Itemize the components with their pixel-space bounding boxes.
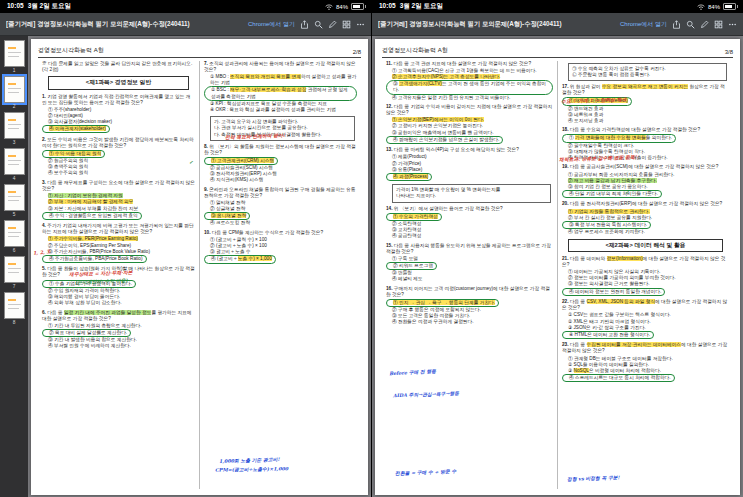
answer-choice-circled: ③ 특정 부서 전용의 독립 시스템이다.: [562, 221, 651, 229]
answer-choice: ③ 유통(Place): [386, 167, 553, 173]
search-icon[interactable]: [314, 20, 323, 29]
question-number: 18.: [562, 127, 570, 132]
question-stem: 21. 다음 중 데이터와 정보(Information)에 대한 설명으로 가…: [562, 256, 729, 268]
thumbnail-page-number: 5: [13, 212, 16, 217]
page-thumbnail-5[interactable]: 5: [4, 184, 25, 217]
page-scroll-area[interactable]: 경영정보시각화능력 A형 2/8 ※ 다음 문제를 읽고 알맞은 것을 골라 답…: [28, 36, 371, 497]
question-number: 15.: [386, 243, 394, 248]
highlighted-text: ① 수요의 가격탄력성: [393, 214, 438, 219]
question-10: 10. 다음 중 CPM을 계산하는 수식으로 가장 적절한 것은?① (광고비…: [204, 230, 357, 264]
question-number: 22.: [562, 299, 570, 304]
highlighted-text: ④ 과정(Process): [393, 174, 428, 179]
answer-choice-circled: ④ 과정(Process): [386, 173, 432, 181]
more-icon[interactable]: [356, 20, 365, 29]
question-16: 16. 구매까지 이어지는 고객 여정(customer journey)에 대…: [386, 286, 553, 326]
answer-choice-circled: ③ 고객생애가치(CLTV)는 고객이 전 생애 동안 기업에 주는 이익의 총…: [386, 80, 553, 94]
pdf-page: 경영정보시각화능력 A형 3/8 11. 다음 중 고객 관련 지표에 대한 설…: [375, 39, 740, 495]
text-segment: 을 의미한다.: [646, 135, 672, 140]
share-icon[interactable]: [300, 20, 309, 29]
question-14: 14. 위 〈보기〉에서 설명하는 용어로 가장 적절한 것은?① 수요의 가격…: [386, 206, 553, 240]
question-stem: 10. 다음 중 CPM을 계산하는 수식으로 가장 적절한 것은?: [204, 230, 357, 236]
page-thumbnail-3[interactable]: 3: [4, 112, 25, 145]
text-segment: 위 현상과 같이: [570, 84, 602, 89]
highlighted-text: 노출 수) × 1,000: [238, 256, 272, 261]
thumbnail-page-number: 1: [13, 68, 16, 73]
open-in-chrome-button[interactable]: Chrome에서 열기: [620, 20, 667, 29]
thumbnail-preview[interactable]: [4, 76, 25, 103]
question-number: 2.: [42, 137, 47, 142]
answer-choice: ③ 주가순자산비율, PBR(Price Book Value Ratio): [42, 249, 195, 255]
page-column-2: ㉠ 수요 예측의 오차가 상류로 갈수록 커진다.㉡ 주문량의 변동 폭이 점점…: [557, 61, 733, 489]
question-stem: 9. 온라인과 오프라인 채널을 통합하여 일관된 구매 경험을 제공하는 유통…: [204, 187, 357, 199]
pencil-icon[interactable]: [700, 20, 709, 29]
answer-choice: ④ 보수주의의 원칙: [42, 170, 195, 176]
page-thumbnail-8[interactable]: 8: [4, 292, 25, 325]
answer-choice: ④ 전환율은 여정과 무관하게 결정된다.: [386, 319, 553, 325]
question-21: 21. 다음 중 데이터와 정보(Information)에 대한 설명으로 가…: [562, 256, 729, 296]
page-columns: 11. 다음 중 고객 관련 지표에 대한 설명으로 가장 적절하지 않은 것은…: [382, 61, 733, 489]
document-title: [줄기거레] 경영정보시각화능력 필기 모의문제(A형)-수정(240411): [6, 20, 243, 29]
highlighted-text: ① 주가수익비율, PER(Price Earning Ratio): [48, 236, 138, 241]
grid-icon[interactable]: [342, 20, 351, 29]
highlighted-text: 가격 변화율에 대한 수요량 변화율: [575, 135, 646, 140]
highlighted-text: 정보(Information): [607, 256, 643, 261]
thumbnail-preview[interactable]: [4, 112, 25, 139]
text-segment: 다음 중 데이터와: [570, 256, 607, 261]
more-icon[interactable]: [728, 20, 737, 29]
page-header: 경영정보시각화능력 A형 2/8: [38, 46, 361, 58]
question-number: 16.: [386, 286, 394, 291]
answer-choice: ③ 정보는 의사결정의 근거로 활용된다.: [562, 281, 729, 287]
open-in-chrome-button[interactable]: Chrome에서 열기: [248, 20, 295, 29]
page-scroll-area[interactable]: 경영정보시각화능력 A형 3/8 11. 다음 중 고객 관련 지표에 대한 설…: [372, 36, 743, 497]
page-thumbnail-1[interactable]: 1: [4, 40, 25, 73]
page-thumbnail-7[interactable]: 7: [4, 256, 25, 289]
thumbnail-preview[interactable]: [4, 148, 25, 175]
split-screen: 10:053월 2일 토요일 84% [줄기거레] 경영정보시각화능력 필기 모…: [0, 0, 743, 497]
question-15: 15. 다음 중 사용자의 행동을 유도하기 위해 보상을 제공하는 프로그램으…: [386, 243, 553, 283]
page-thumbnail-4[interactable]: 4: [4, 148, 25, 181]
status-date: 3월 2일 토요일: [28, 2, 71, 9]
thumbnail-page-number: 2: [13, 104, 16, 109]
search-icon[interactable]: [686, 20, 695, 29]
example-box: 가. 고객의 요구와 시장 변화를 파악한다.나. 관련 부서가 실시간으로 정…: [210, 116, 355, 140]
page-column-1: 11. 다음 중 고객 관련 지표에 대한 설명으로 가장 적절하지 않은 것은…: [382, 61, 557, 489]
answer-choice-circled: ④ 스프레드시트는 대규모 동시 처리에 적합하다.: [562, 374, 675, 382]
question-7: 7. 조직의 성과관리에 사용되는 용어에 대한 설명으로 가장 적절하지 않은…: [204, 61, 357, 113]
answer-choice-circled: ① 인지 → 관심 → 욕구 → 행동의 단계를 거친다.: [386, 299, 499, 307]
share-icon[interactable]: [672, 20, 681, 29]
answer-choice: ① 기간 내 투입된 자원의 총량으로 계산한다.: [42, 323, 195, 329]
highlighted-text: ④ 이해관계자(stakeholder): [49, 126, 106, 131]
answer-choice: ③ 공헌이익은 매출액에서 변동비를 뺀 금액이다.: [386, 130, 553, 136]
question-12: 12. 다음 중 기업의 수익과 비용이 같아지는 지점에 대한 설명으로 가장…: [386, 104, 553, 144]
thumbnail-preview[interactable]: [4, 220, 25, 247]
question-18: 18. 다음 중 수요의 가격탄력성에 대한 설명으로 가장 적절한 것은?① …: [562, 127, 729, 161]
answer-choice: ④ 업무 프로세스 표준화에 기여한다.: [562, 229, 729, 235]
answer-choice: ④ 탄력적 재화는 가격 인상 시 매출이 증가한다.: [562, 155, 729, 161]
wifi-icon: [325, 4, 333, 10]
question-number: 21.: [562, 256, 570, 261]
thumbnail-sidebar[interactable]: 12345678: [0, 36, 28, 497]
text-segment: 은 비정형 데이터 처리에 적합하다.: [589, 368, 661, 373]
question-number: 4.: [42, 223, 47, 228]
highlighted-text: 조직의 목표와 개인의 목표를 연계: [230, 74, 301, 79]
grid-icon[interactable]: [714, 20, 723, 29]
toolbar-icons: [300, 20, 365, 29]
thumbnail-preview[interactable]: [4, 40, 25, 67]
highlighted-text: 고객생애가치(CLTV): [399, 81, 442, 86]
thumbnail-preview[interactable]: [4, 292, 25, 319]
question-22: 22. 다음 중 CSV, XML, JSON 등의 파일 형식에 대한 설명으…: [562, 299, 729, 339]
question-number: 20.: [562, 201, 570, 206]
pencil-icon[interactable]: [328, 20, 337, 29]
page-thumbnail-6[interactable]: 6: [4, 220, 25, 253]
question-20: 20. 다음 중 전사적자원관리(ERP)에 대한 설명으로 가장 적절하지 않…: [562, 201, 729, 235]
clock: 10:05: [7, 2, 24, 9]
page-thumbnail-2[interactable]: 2: [4, 76, 25, 109]
page-number: 3/8: [725, 49, 733, 55]
thumbnail-preview[interactable]: [4, 184, 25, 211]
section-title: <제1과목> 경영정보 일반: [48, 76, 189, 90]
thumbnail-preview[interactable]: [4, 256, 25, 283]
highlighted-text: ③ 옴니채널 전략: [211, 213, 246, 218]
exam-instruction: ※ 다음 문제를 읽고 알맞은 것을 골라 답안지의 같은 번호에 표기하시오.…: [42, 61, 195, 73]
question-number: 17.: [562, 84, 570, 89]
content-area: 경영정보시각화능력 A형 3/8 11. 다음 중 고객 관련 지표에 대한 설…: [372, 36, 743, 497]
